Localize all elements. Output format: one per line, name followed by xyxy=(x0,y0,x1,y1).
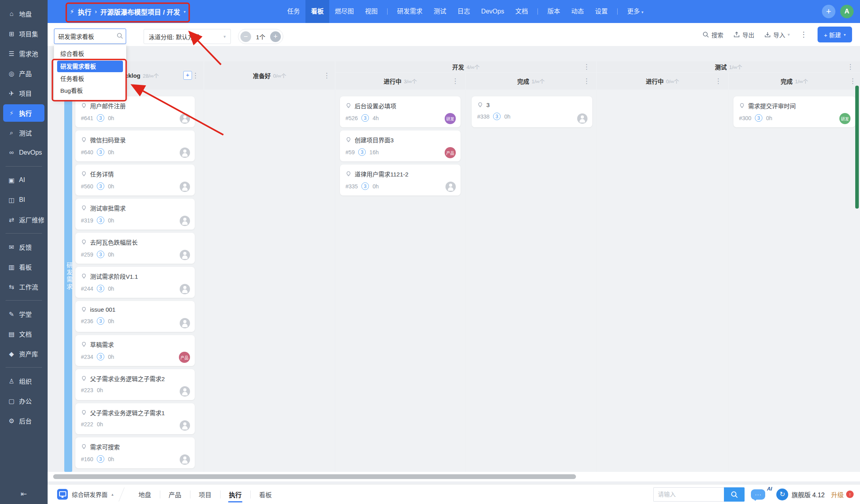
topbar-tab-研发需求[interactable]: 研发需求 xyxy=(392,0,428,23)
sidebar-item-返厂维修[interactable]: ⇄ 返厂维修 xyxy=(3,211,44,228)
role-badge[interactable]: 研发 xyxy=(445,113,456,124)
user-avatar[interactable]: A xyxy=(840,5,854,18)
import-button[interactable]: 导入 ▾ xyxy=(764,31,790,39)
bottombar-tab-地盘[interactable]: 地盘 xyxy=(130,485,160,504)
create-button[interactable]: + 新建 ▾ xyxy=(818,27,852,42)
bottombar-tab-看板[interactable]: 看板 xyxy=(250,485,280,504)
assignee-avatar-icon[interactable] xyxy=(180,250,190,260)
sidebar-item-学堂[interactable]: ✎ 学堂 xyxy=(3,305,44,323)
swimlane-bar[interactable]: 研发需求 xyxy=(64,92,72,472)
kanban-card[interactable]: 微信扫码登录 #640 3 0h xyxy=(75,130,195,161)
kanban-card[interactable]: 需求可搜索 #160 3 0h xyxy=(75,437,195,468)
topbar-tab-燃尽图[interactable]: 燃尽图 xyxy=(329,0,359,23)
kanban-card[interactable]: 道律用户需求1121-2 #335 3 0h xyxy=(340,165,461,195)
sidebar-item-反馈[interactable]: ✉ 反馈 xyxy=(3,238,44,256)
topbar-tab-设置[interactable]: 设置 xyxy=(589,0,613,23)
column-menu-icon[interactable]: ⋮ xyxy=(847,63,854,71)
sidebar-item-组织[interactable]: ♙ 组织 xyxy=(3,372,44,390)
kanban-card[interactable]: 测试审批需求 #319 3 0h xyxy=(75,199,195,230)
assignee-avatar-icon[interactable] xyxy=(180,216,190,226)
dropdown-option-Bug看板[interactable]: Bug看板 xyxy=(54,85,126,97)
assignee-avatar-icon[interactable] xyxy=(180,318,190,328)
sidebar-item-DevOps[interactable]: ∞ DevOps xyxy=(3,144,44,161)
dropdown-option-研发需求看板[interactable]: 研发需求看板 xyxy=(57,61,123,72)
sidebar-item-资产库[interactable]: ◆ 资产库 xyxy=(3,345,44,362)
role-badge[interactable]: 产品 xyxy=(179,352,190,363)
sidebar-item-需求池[interactable]: ☰ 需求池 xyxy=(3,45,44,62)
chevron-down-icon[interactable]: ▾ xyxy=(184,10,186,14)
topbar-tab-版本[interactable]: 版本 xyxy=(542,0,566,23)
role-badge[interactable]: 研发 xyxy=(839,113,850,124)
kanban-card[interactable]: 3 #338 3 0h xyxy=(472,96,592,127)
export-button[interactable]: 导出 xyxy=(733,31,754,39)
workspace-switcher[interactable]: 综合研发界面 ▴ xyxy=(57,489,113,500)
column-menu-icon[interactable]: ⋮ xyxy=(583,63,590,71)
bottombar-tab-产品[interactable]: 产品 xyxy=(160,485,190,504)
kanban-card[interactable]: 父子需求业务逻辑之子需求1 #222 0h xyxy=(75,403,195,434)
add-card-button[interactable]: + xyxy=(183,71,192,80)
column-menu-icon[interactable]: ⋮ xyxy=(452,77,459,85)
topbar-tab-视图[interactable]: 视图 xyxy=(359,0,383,23)
sidebar-item-地盘[interactable]: ⌂ 地盘 xyxy=(3,5,44,23)
assignee-avatar-icon[interactable] xyxy=(180,148,190,158)
topbar-tab-更多[interactable]: 更多▾ xyxy=(622,0,649,23)
kanban-card[interactable]: 需求提交评审时间 #300 3 0h 研发 xyxy=(733,96,855,127)
ai-assistant-button[interactable]: ··· AI xyxy=(751,489,765,500)
kanban-card[interactable]: issue 001 #236 3 0h xyxy=(75,301,195,332)
topbar-tab-看板[interactable]: 看板 xyxy=(305,0,329,23)
sidebar-item-文档[interactable]: ▤ 文档 xyxy=(3,325,44,343)
assignee-avatar-icon[interactable] xyxy=(180,182,190,192)
assignee-avatar-icon[interactable] xyxy=(180,454,190,465)
kanban-card[interactable]: 用户邮件注册 #641 3 0h xyxy=(75,96,195,127)
search-button[interactable] xyxy=(724,487,745,502)
sidebar-item-项目集[interactable]: ⊞ 项目集 xyxy=(3,25,44,42)
vertical-scrollbar-thumb[interactable] xyxy=(855,86,859,209)
breadcrumb[interactable]: ⚡ 执行 › 开源版瀑布模型项目 / 开发 ▾ xyxy=(70,0,186,23)
assignee-avatar-icon[interactable] xyxy=(180,420,190,431)
plus-button[interactable]: + xyxy=(270,31,281,42)
assignee-avatar-icon[interactable] xyxy=(577,113,587,124)
bottombar-tab-执行[interactable]: 执行 xyxy=(220,485,250,504)
column-menu-icon[interactable]: ⋮ xyxy=(192,71,199,80)
horizontal-scrollbar-thumb[interactable] xyxy=(53,474,576,479)
upgrade-button[interactable]: 升级 ↑ xyxy=(831,490,854,499)
column-menu-icon[interactable]: ⋮ xyxy=(323,71,330,80)
kanban-card[interactable]: 后台设置必填项 #526 3 4h 研发 xyxy=(340,96,461,127)
topbar-tab-日志[interactable]: 日志 xyxy=(452,0,476,23)
column-menu-icon[interactable]: ⋮ xyxy=(849,77,856,85)
sidebar-collapse-icon[interactable]: ⇤ xyxy=(0,489,48,498)
sidebar-item-办公[interactable]: ▢ 办公 xyxy=(3,392,44,410)
topbar-tab-测试[interactable]: 测试 xyxy=(428,0,452,23)
topbar-tab-文档[interactable]: 文档 xyxy=(510,0,534,23)
breadcrumb-project[interactable]: 开源版瀑布模型项目 / 开发 xyxy=(100,7,180,17)
sidebar-item-执行[interactable]: ⚡ 执行 xyxy=(3,104,44,122)
swimlane-group-select[interactable]: 泳道分组: 默认方式 ▾ xyxy=(144,29,231,44)
sidebar-item-项目[interactable]: ✈ 项目 xyxy=(3,84,44,102)
topbar-tab-动态[interactable]: 动态 xyxy=(566,0,589,23)
minus-button[interactable]: − xyxy=(240,31,251,42)
assignee-avatar-icon[interactable] xyxy=(180,113,190,124)
dropdown-option-综合看板[interactable]: 综合看板 xyxy=(54,48,126,60)
role-badge[interactable]: 产品 xyxy=(445,147,456,158)
kanban-card[interactable]: 去阿瓦色跌幅层长 #259 3 0h xyxy=(75,233,195,264)
board-picker-input[interactable] xyxy=(54,29,126,44)
sidebar-item-BI[interactable]: ◫ BI xyxy=(3,191,44,209)
sidebar-item-后台[interactable]: ⚙ 后台 xyxy=(3,412,44,429)
sidebar-item-看板[interactable]: ▥ 看板 xyxy=(3,258,44,276)
kanban-card[interactable]: 任务详情 #560 3 0h xyxy=(75,165,195,195)
column-menu-icon[interactable]: ⋮ xyxy=(715,77,722,85)
assignee-avatar-icon[interactable] xyxy=(445,182,456,192)
kanban-card[interactable]: 父子需求业务逻辑之子需求2 #223 0h xyxy=(75,369,195,400)
assignee-avatar-icon[interactable] xyxy=(180,284,190,294)
sidebar-item-工作流[interactable]: ⇆ 工作流 xyxy=(3,278,44,295)
bottombar-tab-项目[interactable]: 项目 xyxy=(190,485,220,504)
kanban-card[interactable]: 草稿需求 #234 3 0h 产品 xyxy=(75,335,195,366)
topbar-tab-任务[interactable]: 任务 xyxy=(282,0,305,23)
search-input[interactable] xyxy=(653,487,724,502)
dropdown-option-任务看板[interactable]: 任务看板 xyxy=(54,73,126,85)
column-menu-icon[interactable]: ⋮ xyxy=(583,77,590,85)
sidebar-item-测试[interactable]: ⌕ 测试 xyxy=(3,124,44,142)
breadcrumb-section[interactable]: 执行 xyxy=(78,7,91,17)
kanban-card[interactable]: 创建项目界面3 #59 3 16h 产品 xyxy=(340,130,461,161)
sidebar-item-产品[interactable]: ◎ 产品 xyxy=(3,65,44,82)
